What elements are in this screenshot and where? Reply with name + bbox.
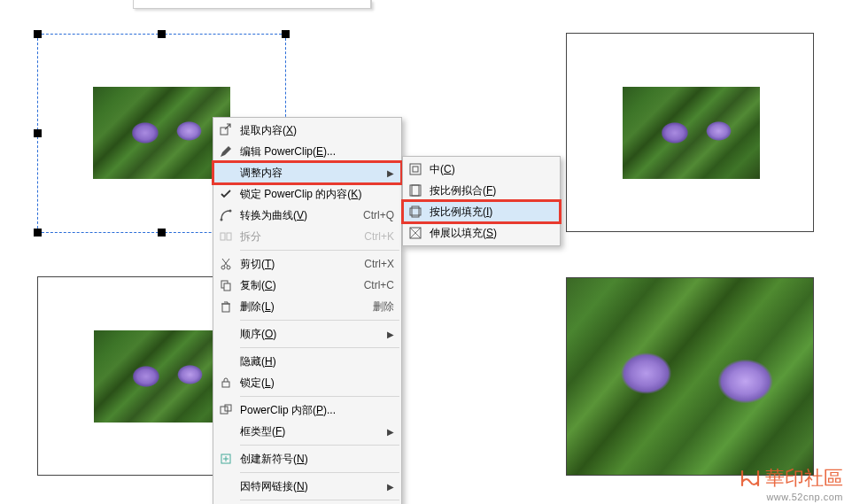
extract-icon bbox=[217, 121, 235, 139]
submenu-arrow-icon: ▶ bbox=[387, 427, 394, 437]
svg-rect-11 bbox=[221, 407, 228, 414]
delete-icon bbox=[217, 298, 235, 315]
submenu-arrow-icon: ▶ bbox=[387, 482, 394, 492]
context-menu: 提取内容(X) 编辑 PowerClip(E)... 调整内容 ▶ 锁定 Pow… bbox=[213, 117, 402, 504]
selection-handle[interactable] bbox=[34, 129, 42, 137]
selection-handle[interactable] bbox=[34, 30, 42, 38]
image-content bbox=[93, 87, 230, 179]
image-content-filled bbox=[567, 278, 814, 476]
split-icon bbox=[217, 228, 235, 245]
menu-label: 锁定 PowerClip 的内容(K) bbox=[240, 187, 394, 202]
selection-handle[interactable] bbox=[158, 30, 166, 38]
blank-icon bbox=[217, 477, 235, 495]
svg-rect-8 bbox=[224, 283, 230, 291]
submenu-arrow-icon: ▶ bbox=[387, 330, 394, 339]
svg-rect-9 bbox=[222, 304, 229, 312]
menu-item-order[interactable]: 顺序(O) ▶ bbox=[213, 323, 401, 345]
svg-rect-14 bbox=[410, 164, 421, 174]
menu-separator bbox=[240, 250, 399, 251]
menu-item-lock-powerclip[interactable]: 锁定 PowerClip 的内容(K) bbox=[213, 183, 401, 205]
watermark-url: www.52cnp.com bbox=[739, 492, 843, 502]
blank-icon bbox=[217, 325, 235, 343]
powerclip-frame-4[interactable] bbox=[566, 277, 814, 476]
menu-item-adjust-content[interactable]: 调整内容 ▶ bbox=[213, 162, 401, 183]
copy-icon bbox=[217, 276, 235, 294]
image-content bbox=[623, 87, 760, 179]
menu-label: 锁定(L) bbox=[240, 376, 394, 391]
selection-handle[interactable] bbox=[158, 229, 166, 236]
menu-item-extract[interactable]: 提取内容(X) bbox=[213, 120, 401, 141]
image-content bbox=[94, 330, 231, 423]
menu-label: 转换为曲线(V) bbox=[240, 208, 342, 223]
menu-item-lock[interactable]: 锁定(L) bbox=[213, 372, 401, 393]
menu-label: 拆分 bbox=[240, 229, 343, 244]
menu-label: 隐藏(H) bbox=[240, 354, 394, 369]
watermark-brand: 華印社區 bbox=[765, 465, 843, 492]
checkmark-icon bbox=[217, 185, 235, 203]
menu-item-cut[interactable]: 剪切(T) Ctrl+X bbox=[213, 253, 401, 275]
submenu-item-stretch[interactable]: 伸展以填充(S) bbox=[403, 222, 560, 244]
powerclip-frame-2[interactable] bbox=[566, 33, 814, 232]
menu-separator bbox=[240, 347, 399, 348]
svg-point-1 bbox=[221, 219, 223, 221]
submenu-item-center[interactable]: 中(C) bbox=[403, 159, 560, 180]
convert-curve-icon bbox=[217, 206, 235, 224]
menu-label: 编辑 PowerClip(E)... bbox=[240, 144, 394, 159]
menu-item-internet-link[interactable]: 因特网链接(N) ▶ bbox=[213, 476, 401, 497]
menu-item-frame-type[interactable]: 框类型(F) ▶ bbox=[213, 421, 401, 442]
submenu-item-fit-proportional[interactable]: 按比例拟合(F) bbox=[403, 180, 560, 201]
svg-rect-3 bbox=[221, 233, 225, 240]
menu-label: 按比例拟合(F) bbox=[430, 183, 553, 198]
selection-handle[interactable] bbox=[282, 30, 290, 38]
watermark-logo-icon bbox=[739, 468, 762, 489]
menu-label: 按比例填充(I) bbox=[430, 205, 553, 220]
selection-handle[interactable] bbox=[34, 229, 42, 236]
partial-panel bbox=[133, 0, 372, 9]
menu-item-copy[interactable]: 复制(C) Ctrl+C bbox=[213, 275, 401, 296]
menu-shortcut: Ctrl+C bbox=[364, 279, 394, 291]
menu-shortcut: 删除 bbox=[373, 299, 394, 314]
menu-shortcut: Ctrl+X bbox=[364, 258, 394, 270]
menu-item-delete[interactable]: 删除(L) 删除 bbox=[213, 296, 401, 317]
menu-label: 顺序(O) bbox=[240, 327, 369, 342]
menu-shortcut: Ctrl+Q bbox=[363, 209, 394, 221]
svg-point-5 bbox=[221, 266, 225, 269]
menu-label: 创建新符号(N) bbox=[240, 452, 394, 467]
fit-icon bbox=[407, 182, 424, 199]
svg-point-2 bbox=[229, 210, 232, 213]
submenu-item-fill-proportional[interactable]: 按比例填充(I) bbox=[403, 201, 560, 222]
menu-label: 复制(C) bbox=[240, 278, 343, 293]
menu-shortcut: Ctrl+K bbox=[364, 230, 394, 243]
menu-item-powerclip-inside[interactable]: PowerClip 内部(P)... bbox=[213, 399, 401, 421]
menu-label: 中(C) bbox=[430, 162, 553, 177]
menu-label: 剪切(T) bbox=[240, 257, 343, 272]
submenu-arrow-icon: ▶ bbox=[387, 168, 394, 178]
cut-icon bbox=[217, 255, 235, 273]
menu-separator bbox=[240, 396, 399, 397]
menu-separator bbox=[240, 320, 399, 321]
svg-rect-0 bbox=[221, 128, 228, 135]
svg-rect-15 bbox=[413, 167, 418, 172]
menu-item-hide[interactable]: 隐藏(H) bbox=[213, 351, 401, 372]
menu-separator bbox=[240, 472, 399, 473]
lock-icon bbox=[217, 374, 235, 392]
menu-label: 删除(L) bbox=[240, 299, 352, 314]
menu-separator bbox=[240, 445, 399, 446]
blank-icon bbox=[217, 164, 235, 182]
menu-label: 提取内容(X) bbox=[240, 123, 394, 138]
menu-label: 框类型(F) bbox=[240, 424, 369, 439]
svg-rect-10 bbox=[222, 382, 229, 387]
blank-icon bbox=[217, 353, 235, 370]
blank-icon bbox=[217, 423, 235, 440]
menu-item-create-symbol[interactable]: 创建新符号(N) bbox=[213, 448, 401, 469]
menu-item-edit-powerclip[interactable]: 编辑 PowerClip(E)... bbox=[213, 141, 401, 162]
menu-separator bbox=[240, 500, 399, 500]
svg-rect-17 bbox=[412, 185, 419, 196]
watermark: 華印社區 www.52cnp.com bbox=[739, 465, 843, 502]
menu-item-convert-curve[interactable]: 转换为曲线(V) Ctrl+Q bbox=[213, 205, 401, 226]
menu-label: 调整内容 bbox=[240, 166, 369, 181]
menu-label: PowerClip 内部(P)... bbox=[240, 403, 394, 418]
svg-point-6 bbox=[227, 266, 230, 269]
powerclip-icon bbox=[217, 401, 235, 419]
fill-icon bbox=[407, 203, 424, 221]
